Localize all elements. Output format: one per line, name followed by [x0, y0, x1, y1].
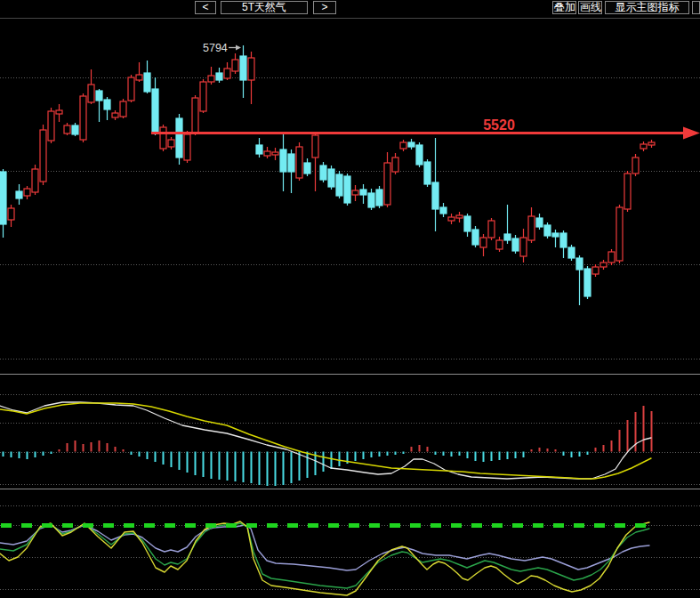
- app-window: { "toolbar": { "prev_label": "<", "symbo…: [0, 0, 700, 598]
- overlay-button[interactable]: 叠加: [552, 1, 576, 14]
- gridlines-layer: [0, 78, 700, 590]
- svg-text:5794: 5794: [203, 42, 228, 54]
- chart-canvas[interactable]: 5794 5520: [0, 0, 700, 598]
- trendline-5520[interactable]: 5520: [151, 117, 700, 140]
- kdj-lines: [0, 521, 649, 595]
- candles-layer: [0, 45, 655, 305]
- show-main-indicator-button[interactable]: 显示主图指标: [605, 1, 689, 14]
- macd-histogram: [4, 406, 652, 486]
- macd-lines: [0, 402, 651, 479]
- panel-dividers: [0, 375, 700, 489]
- toolbar: < 5T天然气 > 叠加 画线 显示主图指标: [0, 0, 700, 19]
- prev-period-button[interactable]: <: [195, 1, 216, 14]
- peak-annotation-5794: 5794: [203, 42, 241, 54]
- next-period-button[interactable]: >: [313, 1, 336, 14]
- svg-text:5520: 5520: [483, 117, 515, 133]
- symbol-title-button[interactable]: 5T天然气: [221, 1, 308, 14]
- partial-clipped-button[interactable]: [692, 1, 700, 14]
- draw-line-button[interactable]: 画线: [578, 1, 602, 14]
